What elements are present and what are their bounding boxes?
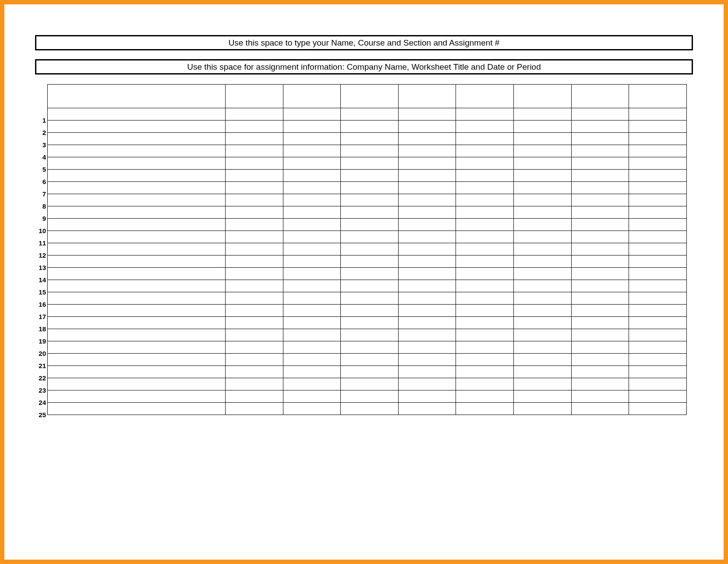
grid-cell[interactable] [456, 292, 514, 305]
grid-cell[interactable] [283, 268, 341, 280]
grid-cell[interactable] [629, 157, 687, 170]
grid-cell[interactable] [456, 219, 514, 231]
grid-cell[interactable] [341, 206, 399, 219]
grid-cell[interactable] [629, 268, 687, 280]
grid-cell[interactable] [341, 329, 399, 341]
grid-cell[interactable] [341, 108, 399, 121]
grid-cell[interactable] [398, 121, 456, 133]
grid-cell[interactable] [398, 317, 456, 329]
grid-cell[interactable] [398, 157, 456, 170]
grid-cell[interactable] [225, 292, 283, 305]
grid-cell[interactable] [341, 403, 399, 415]
grid-cell[interactable]: 7 [48, 182, 226, 194]
grid-cell[interactable] [456, 329, 514, 341]
grid-cell[interactable] [629, 354, 687, 366]
grid-cell[interactable] [514, 341, 572, 354]
grid-cell[interactable] [629, 206, 687, 219]
grid-cell[interactable] [341, 378, 399, 390]
grid-cell[interactable] [571, 366, 629, 378]
grid-cell[interactable] [398, 354, 456, 366]
grid-cell[interactable] [283, 341, 341, 354]
grid-cell[interactable] [571, 280, 629, 292]
grid-cell[interactable]: 12 [48, 243, 226, 255]
grid-cell[interactable] [456, 194, 514, 206]
grid-cell[interactable] [456, 145, 514, 157]
grid-cell[interactable] [283, 366, 341, 378]
grid-cell[interactable] [514, 219, 572, 231]
grid-cell[interactable] [283, 170, 341, 182]
grid-cell[interactable] [398, 231, 456, 243]
grid-cell[interactable] [456, 390, 514, 403]
column-header-cell[interactable] [283, 85, 341, 108]
column-header-cell[interactable] [456, 85, 514, 108]
grid-cell[interactable] [571, 157, 629, 170]
grid-cell[interactable] [571, 329, 629, 341]
grid-cell[interactable] [225, 378, 283, 390]
grid-cell[interactable] [514, 354, 572, 366]
grid-cell[interactable] [398, 170, 456, 182]
grid-cell[interactable] [225, 194, 283, 206]
grid-cell[interactable] [398, 206, 456, 219]
grid-cell[interactable] [283, 108, 341, 121]
grid-cell[interactable] [341, 354, 399, 366]
grid-cell[interactable] [283, 390, 341, 403]
grid-cell[interactable] [514, 182, 572, 194]
grid-cell[interactable] [456, 133, 514, 145]
grid-cell[interactable] [514, 157, 572, 170]
grid-cell[interactable] [629, 317, 687, 329]
grid-cell[interactable] [398, 182, 456, 194]
grid-cell[interactable] [571, 243, 629, 255]
grid-cell[interactable] [225, 366, 283, 378]
grid-cell[interactable] [225, 206, 283, 219]
grid-cell[interactable] [571, 145, 629, 157]
grid-cell[interactable] [571, 219, 629, 231]
grid-cell[interactable] [514, 305, 572, 317]
grid-cell[interactable] [225, 280, 283, 292]
grid-cell[interactable] [571, 231, 629, 243]
grid-cell[interactable] [225, 305, 283, 317]
column-header-cell[interactable] [341, 85, 399, 108]
column-header-cell[interactable] [398, 85, 456, 108]
grid-cell[interactable] [398, 378, 456, 390]
grid-cell[interactable] [629, 194, 687, 206]
grid-cell[interactable] [225, 145, 283, 157]
grid-cell[interactable] [341, 268, 399, 280]
grid-cell[interactable]: 13 [48, 255, 226, 268]
column-header-cell[interactable] [514, 85, 572, 108]
grid-cell[interactable] [456, 121, 514, 133]
grid-cell[interactable] [283, 121, 341, 133]
grid-cell[interactable] [398, 390, 456, 403]
grid-cell[interactable] [341, 145, 399, 157]
grid-cell[interactable]: 23 [48, 378, 226, 390]
grid-cell[interactable] [629, 305, 687, 317]
grid-cell[interactable]: 20 [48, 341, 226, 354]
grid-cell[interactable] [398, 255, 456, 268]
grid-cell[interactable]: 16 [48, 292, 226, 305]
grid-cell[interactable] [514, 378, 572, 390]
grid-cell[interactable] [398, 305, 456, 317]
column-header-cell[interactable] [48, 85, 226, 108]
grid-cell[interactable] [456, 268, 514, 280]
grid-cell[interactable] [398, 366, 456, 378]
grid-cell[interactable] [225, 219, 283, 231]
grid-cell[interactable] [514, 329, 572, 341]
grid-cell[interactable] [629, 219, 687, 231]
grid-cell[interactable] [225, 390, 283, 403]
grid-cell[interactable] [514, 170, 572, 182]
grid-cell[interactable] [571, 108, 629, 121]
grid-cell[interactable] [225, 243, 283, 255]
grid-cell[interactable] [341, 182, 399, 194]
grid-cell[interactable] [571, 292, 629, 305]
grid-cell[interactable] [341, 219, 399, 231]
grid-cell[interactable]: 25 [48, 403, 226, 415]
grid-cell[interactable] [456, 243, 514, 255]
grid-cell[interactable] [456, 231, 514, 243]
grid-cell[interactable] [225, 157, 283, 170]
grid-cell[interactable] [629, 133, 687, 145]
grid-cell[interactable] [398, 219, 456, 231]
grid-cell[interactable]: 1 [48, 108, 226, 121]
grid-cell[interactable] [283, 133, 341, 145]
grid-cell[interactable] [456, 157, 514, 170]
grid-cell[interactable] [225, 170, 283, 182]
grid-cell[interactable] [456, 280, 514, 292]
